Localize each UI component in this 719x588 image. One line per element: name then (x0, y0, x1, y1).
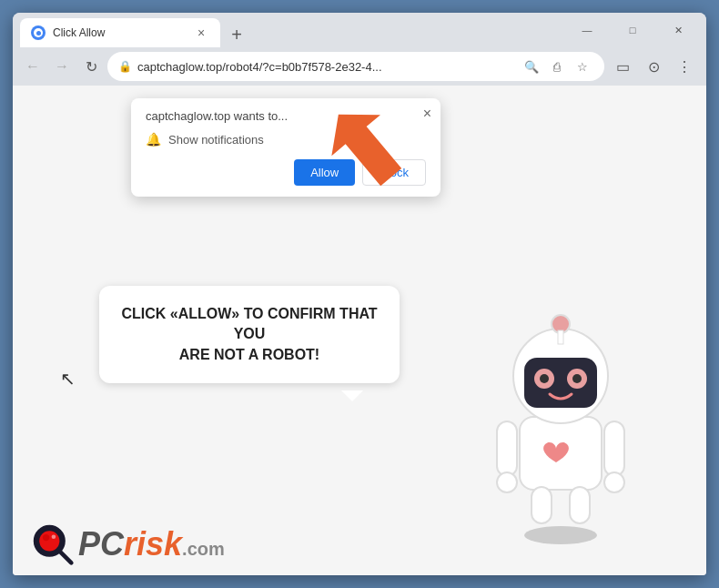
browser-tab[interactable]: Click Allow × (20, 18, 220, 47)
svg-point-2 (524, 526, 597, 544)
lock-icon: 🔒 (118, 60, 132, 73)
pcrisk-text-group: PC risk .com (78, 525, 225, 563)
refresh-button[interactable]: ↻ (78, 54, 104, 79)
svg-point-22 (52, 534, 56, 539)
tab-close-button[interactable]: × (193, 25, 209, 41)
robot-illustration (470, 308, 652, 548)
close-button[interactable]: ✕ (657, 15, 699, 45)
svg-point-7 (604, 472, 624, 492)
orange-arrow (327, 104, 409, 198)
tab-title: Click Allow (53, 26, 186, 39)
svg-rect-4 (497, 421, 517, 476)
svg-line-23 (60, 552, 71, 563)
bubble-text: CLICK «ALLOW» TO CONFIRM THAT YOU ARE NO… (121, 304, 378, 365)
url-text: captchaglow.top/robot4/?c=b0b7f578-2e32-… (137, 60, 515, 74)
extensions-icon[interactable]: ▭ (608, 52, 637, 81)
svg-marker-1 (327, 104, 409, 195)
tab-strip: Click Allow × + (20, 13, 566, 47)
window-controls: — □ ✕ (566, 15, 699, 45)
menu-icon[interactable]: ⋮ (670, 52, 699, 81)
address-bar: ← → ↻ 🔒 captchaglow.top/robot4/?c=b0b7f5… (13, 47, 706, 86)
svg-rect-18 (558, 330, 563, 344)
forward-button[interactable]: → (49, 54, 75, 79)
new-tab-button[interactable]: + (224, 22, 249, 47)
svg-point-21 (43, 534, 49, 541)
page-content: × captchaglow.top wants to... 🔔 Show not… (13, 86, 706, 575)
pcrisk-pc-text: PC (78, 525, 124, 563)
share-icon[interactable]: ⎙ (546, 56, 568, 77)
svg-point-20 (39, 531, 59, 551)
pcrisk-logo: PC risk .com (31, 522, 225, 566)
address-bar-input[interactable]: 🔒 captchaglow.top/robot4/?c=b0b7f578-2e3… (107, 52, 604, 81)
search-icon[interactable]: 🔍 (521, 56, 542, 77)
tab-favicon (31, 25, 46, 40)
toolbar-icons: ▭ ⊙ ⋮ (608, 52, 699, 81)
svg-point-16 (572, 374, 582, 383)
popup-close-button[interactable]: × (423, 106, 431, 122)
pcrisk-magnifier-icon (31, 522, 75, 566)
svg-rect-6 (604, 421, 624, 476)
pcrisk-risk-text: risk (124, 525, 182, 563)
back-button[interactable]: ← (20, 54, 46, 79)
minimize-button[interactable]: — (566, 15, 608, 45)
maximize-button[interactable]: □ (612, 15, 653, 45)
svg-rect-9 (570, 487, 590, 523)
pcrisk-com-text: .com (182, 539, 225, 560)
mouse-cursor: ↖ (60, 368, 76, 390)
svg-point-5 (497, 472, 517, 492)
bookmark-icon[interactable]: ☆ (572, 56, 593, 77)
speech-bubble: CLICK «ALLOW» TO CONFIRM THAT YOU ARE NO… (99, 286, 400, 383)
svg-point-15 (540, 374, 549, 383)
bell-icon: 🔔 (146, 132, 161, 147)
svg-rect-8 (532, 487, 552, 523)
address-action-icons: 🔍 ⎙ ☆ (521, 56, 593, 77)
browser-window: Click Allow × + — □ ✕ ← → ↻ 🔒 captchaglo… (13, 13, 706, 575)
popup-notification-label: Show notifications (168, 133, 264, 147)
profile-icon[interactable]: ⊙ (639, 52, 668, 81)
title-bar: Click Allow × + — □ ✕ (13, 13, 706, 47)
